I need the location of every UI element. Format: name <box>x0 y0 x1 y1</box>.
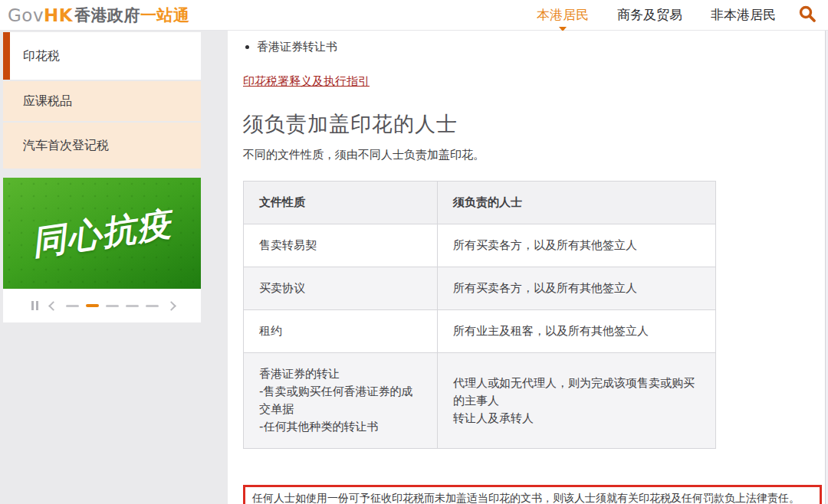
table-head: 文件性质须负责的人士 <box>244 182 716 224</box>
sidebar-item-1[interactable]: 应课税品 <box>3 81 201 121</box>
logo-gov-cn: 香港政府 <box>74 5 140 26</box>
logo-hk: HK <box>44 5 73 25</box>
cell-line: 售卖转易契 <box>259 237 422 254</box>
intro-text: 不同的文件性质，须由不同人士负责加盖印花。 <box>243 148 828 162</box>
cell-line: -任何其他种类的转让书 <box>259 418 422 436</box>
logo-portal-cn: 一站通 <box>140 5 190 26</box>
sidebar-menu: 印花税应课税品汽车首次登记税 <box>3 32 201 169</box>
table-header-0: 文件性质 <box>244 182 438 224</box>
banner-title: 同心抗疫 <box>29 201 175 265</box>
chevron-right-icon[interactable] <box>166 301 176 311</box>
legal-notice-highlight: 任何人士如使用一份可予征收印花税而未加盖适当印花的文书，则该人士须就有关印花税及… <box>243 485 822 504</box>
govhk-logo[interactable]: GovHK香港政府一站通 <box>8 5 190 26</box>
carousel-dash-2[interactable] <box>106 305 119 307</box>
bullet-icon <box>245 45 249 49</box>
pause-button[interactable] <box>30 299 40 312</box>
cell-liable-persons: 所有业主及租客，以及所有其他签立人 <box>438 310 716 353</box>
carousel-dashes <box>66 304 159 307</box>
table-row: 买卖协议所有买卖各方，以及所有其他签立人 <box>244 267 716 310</box>
sidebar-item-0[interactable]: 印花税 <box>3 32 201 80</box>
table-header-1: 须负责的人士 <box>438 182 716 224</box>
sidebar-item-label: 应课税品 <box>23 93 72 110</box>
nav-item-0[interactable]: 本港居民 <box>537 3 589 27</box>
sidebar-item-label: 印花税 <box>23 48 60 64</box>
list-item-text: 香港证券转让书 <box>257 40 337 54</box>
carousel-dash-0[interactable] <box>66 305 79 307</box>
top-nav: 本港居民商务及贸易非本港居民 <box>537 3 776 27</box>
top-header: GovHK香港政府一站通 本港居民商务及贸易非本港居民 <box>0 0 828 31</box>
search-button[interactable] <box>797 5 817 25</box>
cell-line: 转让人及承转人 <box>453 410 700 427</box>
table-row: 香港证券的转让-售卖或购买任何香港证券的成交单据-任何其他种类的转让书代理人或如… <box>244 353 716 449</box>
sidebar-item-2[interactable]: 汽车首次登记税 <box>3 123 201 169</box>
sidebar-item-label: 汽车首次登记税 <box>23 138 109 154</box>
search-icon <box>798 5 816 26</box>
carousel-dash-3[interactable] <box>126 305 139 307</box>
left-rail: 印花税应课税品汽车首次登记税 同心抗疫 <box>0 31 228 504</box>
cell-line: 香港证券的转让 <box>259 365 422 383</box>
page-body: 印花税应课税品汽车首次登记税 同心抗疫 香港证券转让书 印花税署释义及执行指引 … <box>0 31 828 504</box>
cell-line: 所有业主及租客，以及所有其他签立人 <box>453 322 700 340</box>
chevron-left-icon[interactable] <box>48 301 58 311</box>
cell-line: 代理人或如无代理人，则为完成该项售卖或购买的主事人 <box>453 375 700 410</box>
cell-line: 所有买卖各方，以及所有其他签立人 <box>453 237 700 254</box>
cell-line: -售卖或购买任何香港证券的成交单据 <box>259 383 422 418</box>
promo-banner: 同心抗疫 <box>3 178 201 322</box>
table-row: 售卖转易契所有买卖各方，以及所有其他签立人 <box>244 224 716 267</box>
responsibility-table: 文件性质须负责的人士 售卖转易契所有买卖各方，以及所有其他签立人买卖协议所有买卖… <box>243 181 716 449</box>
main-content: 香港证券转让书 印花税署释义及执行指引 须负责加盖印花的人士 不同的文件性质，须… <box>228 31 828 504</box>
cell-liable-persons: 所有买卖各方，以及所有其他签立人 <box>438 267 716 310</box>
list-item: 香港证券转让书 <box>243 40 828 54</box>
cell-document-nature: 售卖转易契 <box>244 224 438 267</box>
cell-document-nature: 香港证券的转让-售卖或购买任何香港证券的成交单据-任何其他种类的转让书 <box>244 353 438 449</box>
cell-line: 买卖协议 <box>259 280 422 297</box>
carousel-dash-1[interactable] <box>86 304 99 307</box>
cell-liable-persons: 所有买卖各方，以及所有其他签立人 <box>438 224 716 267</box>
nav-item-2[interactable]: 非本港居民 <box>711 3 776 27</box>
page-title: 须负责加盖印花的人士 <box>243 110 828 138</box>
table-row: 租约所有业主及租客，以及所有其他签立人 <box>244 310 716 353</box>
nav-item-1[interactable]: 商务及贸易 <box>617 3 682 27</box>
cell-liable-persons: 代理人或如无代理人，则为完成该项售卖或购买的主事人转让人及承转人 <box>438 353 716 449</box>
logo-gov: Gov <box>8 5 44 25</box>
banner-carousel-controls <box>3 289 201 322</box>
stamp-office-guidelines-link[interactable]: 印花税署释义及执行指引 <box>243 74 370 89</box>
carousel-dash-4[interactable] <box>146 305 159 307</box>
cell-document-nature: 买卖协议 <box>244 267 438 310</box>
table-body: 售卖转易契所有买卖各方，以及所有其他签立人买卖协议所有买卖各方，以及所有其他签立… <box>244 224 716 449</box>
cell-line: 所有买卖各方，以及所有其他签立人 <box>453 280 700 297</box>
banner-image[interactable]: 同心抗疫 <box>3 178 201 289</box>
cell-document-nature: 租约 <box>244 310 438 353</box>
page-scrollbar-edge[interactable] <box>825 31 828 504</box>
cell-line: 租约 <box>259 322 422 340</box>
